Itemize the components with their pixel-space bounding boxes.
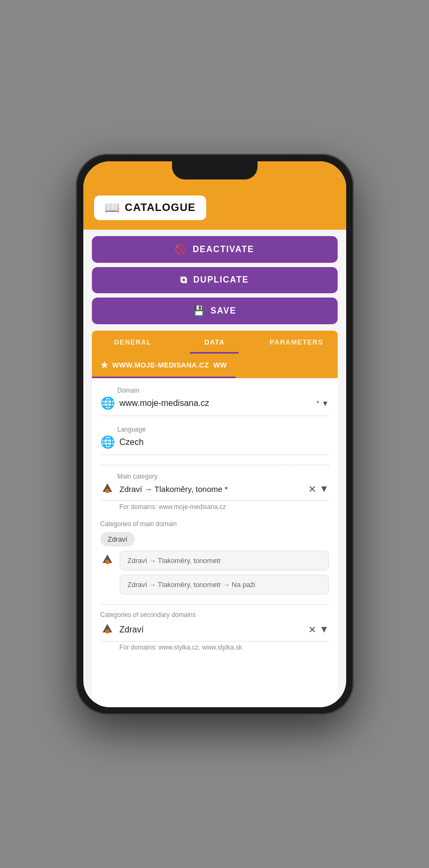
secondary-domains-group: Categories of secondary domains Zdraví ✕… (100, 611, 329, 651)
copy-icon: ⧉ (180, 275, 188, 286)
svg-point-5 (105, 629, 110, 634)
category-shape-icon (100, 482, 114, 496)
domain-controls: * ▼ (316, 399, 329, 408)
main-domain-categories-group: Categories of main domain Zdraví Zdraví … (100, 520, 329, 595)
duplicate-label: DUPLICATE (193, 275, 249, 285)
eye-off-icon: 🚫 (175, 244, 188, 255)
main-category-group: Main category Zdraví → Tlakoměry, tonome… (100, 473, 329, 511)
action-buttons-area: 🚫 DEACTIVATE ⧉ DUPLICATE 💾 SAVE (83, 230, 346, 331)
main-category-clear[interactable]: ✕ (308, 483, 316, 495)
duplicate-button[interactable]: ⧉ DUPLICATE (92, 267, 338, 293)
secondary-row: Zdraví ✕ ▼ (100, 623, 329, 642)
secondary-domains-value: www.stylka.cz, www.stylka.sk (159, 644, 242, 651)
save-label: SAVE (210, 306, 236, 316)
phone-frame: 📖 CATALOGUE 🚫 DEACTIVATE ⧉ DUPLICATE 💾 S… (76, 154, 354, 715)
domain-field-group: Domain 🌐 www.moje-medisana.cz * ▼ (100, 387, 329, 416)
book-icon: 📖 (105, 201, 120, 215)
app-header: 📖 CATALOGUE (83, 189, 346, 230)
save-icon: 💾 (193, 305, 206, 317)
main-category-for-domains: For domains: www.moje-medisana.cz (120, 503, 329, 511)
categories-main-label: Categories of main domain (100, 520, 329, 528)
main-category-chevron[interactable]: ▼ (319, 483, 329, 495)
category-input-2[interactable]: Zdraví → Tlakoměry, tonometr → Na paži (120, 575, 329, 595)
domain-label: Domain (118, 387, 329, 394)
catalogue-label: CATALOGUE (125, 201, 196, 214)
content-area[interactable]: Domain 🌐 www.moje-medisana.cz * ▼ Langua… (92, 378, 338, 707)
language-field-group: Language 🌐 Czech (100, 426, 329, 455)
tab-bar: GENERAL DATA PARAMETERS (92, 331, 338, 354)
domain-tab-bar: ★ WWW.MOJE-MEDISANA.CZ WW (92, 354, 338, 378)
domain-value: www.moje-medisana.cz (120, 398, 311, 408)
main-category-domains-value: www.moje-medisana.cz (159, 503, 226, 511)
secondary-domains-label: Categories of secondary domains (100, 611, 329, 619)
deactivate-button[interactable]: 🚫 DEACTIVATE (92, 236, 338, 263)
status-bar (83, 161, 346, 189)
category-input-row-1: Zdraví → Tlakoměry, tonometr (100, 551, 329, 570)
domain-chevron[interactable]: ▼ (322, 399, 329, 408)
svg-point-1 (105, 489, 110, 493)
domain-asterisk: * (316, 399, 319, 408)
language-value: Czech (120, 437, 329, 447)
zdravi-chip-label: Zdraví (100, 532, 135, 546)
main-category-row: Zdraví → Tlakoměry, tonome * ✕ ▼ (100, 482, 329, 501)
language-label: Language (118, 426, 329, 433)
category-input-1[interactable]: Zdraví → Tlakoměry, tonometr (120, 551, 329, 570)
bottom-spacer (100, 661, 329, 671)
section-divider-2 (100, 604, 329, 605)
category-shape-icon-2 (100, 553, 114, 567)
globe-icon: 🌐 (100, 396, 114, 410)
language-row: 🌐 Czech (100, 435, 329, 455)
secondary-shape-icon (100, 623, 114, 637)
category-input-row-2: Zdraví → Tlakoměry, tonometr → Na paži (100, 575, 329, 595)
secondary-for-domains: For domains: www.stylka.cz, www.stylka.s… (120, 644, 329, 651)
domain-tab-suffix: WW (213, 361, 227, 369)
main-category-value: Zdraví → Tlakoměry, tonome * (120, 484, 303, 494)
domain-row: 🌐 www.moje-medisana.cz * ▼ (100, 396, 329, 416)
deactivate-label: DEACTIVATE (193, 245, 254, 254)
language-globe-icon: 🌐 (100, 435, 114, 449)
phone-screen: 📖 CATALOGUE 🚫 DEACTIVATE ⧉ DUPLICATE 💾 S… (83, 161, 346, 707)
tab-data[interactable]: DATA (174, 331, 255, 354)
save-button[interactable]: 💾 SAVE (92, 298, 338, 324)
domain-tab-active[interactable]: ★ WWW.MOJE-MEDISANA.CZ WW (92, 354, 236, 378)
domain-tab-label: WWW.MOJE-MEDISANA.CZ (112, 361, 209, 369)
svg-point-3 (105, 560, 110, 564)
tab-general[interactable]: GENERAL (92, 331, 174, 354)
secondary-controls: ✕ ▼ (308, 624, 329, 636)
zdravi-chip: Zdraví (100, 532, 329, 551)
secondary-value: Zdraví (120, 625, 303, 635)
catalogue-button[interactable]: 📖 CATALOGUE (94, 196, 207, 220)
section-divider-1 (100, 465, 329, 465)
tab-parameters[interactable]: PARAMETERS (255, 331, 337, 354)
main-category-controls: ✕ ▼ (308, 483, 329, 495)
main-category-label: Main category (118, 473, 329, 480)
camera-notch (172, 161, 258, 179)
secondary-clear[interactable]: ✕ (308, 624, 316, 636)
secondary-chevron[interactable]: ▼ (319, 624, 329, 635)
star-icon: ★ (100, 360, 108, 370)
